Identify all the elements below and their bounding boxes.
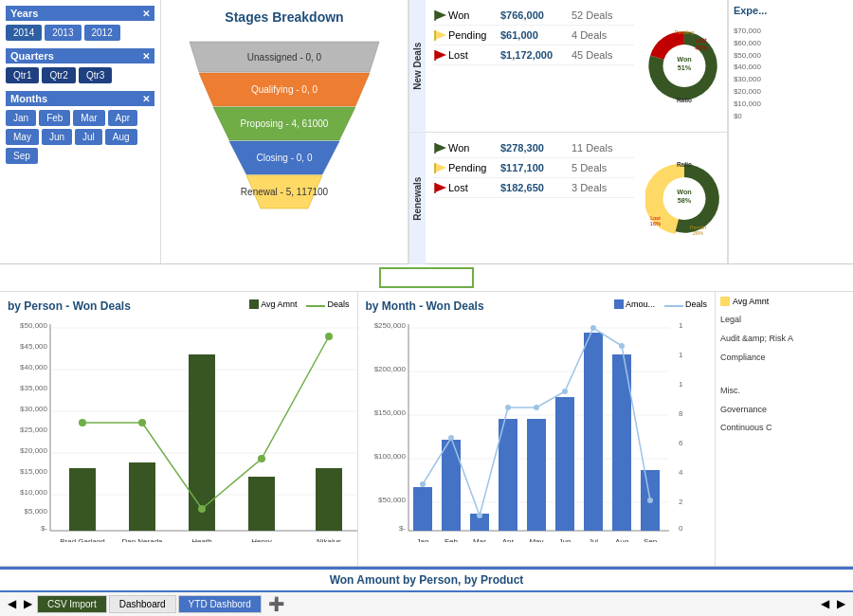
svg-text:$45,000: $45,000 bbox=[20, 342, 47, 351]
sep-btn[interactable]: Sep bbox=[6, 148, 38, 164]
henry-point bbox=[258, 455, 265, 462]
dashboard-tab[interactable]: Dashboard bbox=[109, 595, 176, 613]
svg-rect-90 bbox=[555, 397, 574, 531]
may-btn[interactable]: May bbox=[6, 129, 39, 145]
years-filter: Years ✕ 2014 2013 2012 bbox=[6, 6, 154, 41]
qtr3-btn[interactable]: Qtr3 bbox=[79, 67, 112, 83]
funnel-section: Stages Breakdown Unassigned - 0, 0 Quali… bbox=[161, 0, 408, 263]
right-item-1: Legal bbox=[720, 311, 848, 330]
years-label: Years bbox=[10, 8, 38, 19]
heath-bar bbox=[189, 354, 215, 531]
top-section: Years ✕ 2014 2013 2012 Quarters ✕ Qtr1 Q… bbox=[0, 0, 853, 264]
svg-text:$150,000: $150,000 bbox=[373, 408, 406, 417]
svg-point-99 bbox=[562, 389, 568, 394]
apr-btn[interactable]: Apr bbox=[108, 110, 138, 126]
next-tab-btn[interactable]: ▶ bbox=[21, 597, 35, 610]
jun-btn[interactable]: Jun bbox=[42, 129, 72, 145]
svg-text:$30,000: $30,000 bbox=[20, 405, 47, 413]
jan-btn[interactable]: Jan bbox=[6, 110, 36, 126]
highlight-row bbox=[0, 264, 853, 292]
months-buttons: Jan Feb Mar Apr May Jun Jul Aug Sep bbox=[6, 110, 154, 164]
quarters-label: Quarters bbox=[10, 50, 54, 62]
svg-text:12: 12 bbox=[679, 351, 683, 359]
deals-section: New Deals Won $766,000 52 Deals Pending … bbox=[408, 0, 728, 263]
svg-rect-91 bbox=[584, 333, 603, 531]
right-item-5: Governance bbox=[720, 401, 848, 420]
new-deals-lost-row: Lost $1,172,000 45 Deals bbox=[433, 45, 634, 65]
highlight-cell bbox=[379, 267, 474, 288]
svg-text:0: 0 bbox=[679, 524, 683, 533]
svg-marker-22 bbox=[435, 183, 446, 192]
expanse-y8: $0 bbox=[734, 111, 848, 123]
prev-tab-btn[interactable]: ◀ bbox=[5, 597, 19, 610]
svg-text:$5,000: $5,000 bbox=[25, 507, 48, 516]
brad-bar bbox=[69, 468, 96, 531]
svg-text:$100,000: $100,000 bbox=[373, 452, 406, 461]
svg-rect-85 bbox=[413, 487, 432, 531]
year-2014-btn[interactable]: 2014 bbox=[6, 25, 42, 41]
svg-text:Qualifying - 0, 0: Qualifying - 0, 0 bbox=[251, 84, 318, 95]
new-deals-lost-count: 45 Deals bbox=[572, 49, 612, 61]
svg-point-102 bbox=[647, 498, 653, 503]
renewals-lost-row: Lost $182,650 3 Deals bbox=[433, 178, 634, 198]
svg-point-94 bbox=[420, 481, 426, 487]
by-month-chart-svg: $250,000 $200,000 $150,000 $100,000 $50,… bbox=[366, 315, 683, 542]
jul-btn[interactable]: Jul bbox=[75, 129, 102, 145]
year-2013-btn[interactable]: 2013 bbox=[45, 25, 81, 41]
svg-text:Jun: Jun bbox=[558, 537, 571, 542]
svg-text:Mar: Mar bbox=[473, 537, 486, 542]
right-partial-panel: Avg Amnt Legal Audit &amp; Risk A Compli… bbox=[716, 292, 853, 565]
svg-text:Unassigned - 0, 0: Unassigned - 0, 0 bbox=[247, 52, 322, 63]
year-2012-btn[interactable]: 2012 bbox=[84, 25, 120, 41]
scroll-left-btn[interactable]: ◀ bbox=[818, 597, 832, 610]
expanse-y5: $30,000 bbox=[734, 74, 848, 86]
svg-text:16%: 16% bbox=[650, 221, 661, 226]
expanse-panel: Expe... $70,000 $60,000 $50,000 $40,000 … bbox=[728, 0, 853, 263]
svg-text:Proposing - 4, 61000: Proposing - 4, 61000 bbox=[241, 118, 329, 129]
svg-text:Jan: Jan bbox=[416, 537, 428, 542]
scroll-right-btn[interactable]: ▶ bbox=[834, 597, 848, 610]
svg-text:8: 8 bbox=[679, 409, 683, 418]
qtr2-btn[interactable]: Qtr2 bbox=[42, 67, 75, 83]
months-filter: Months ✕ Jan Feb Mar Apr May Jun Jul Aug… bbox=[6, 91, 154, 164]
quarters-filter-icon[interactable]: ✕ bbox=[142, 51, 150, 62]
csv-import-tab[interactable]: CSV Import bbox=[37, 595, 107, 613]
right-legend-color bbox=[720, 297, 730, 306]
feb-btn[interactable]: Feb bbox=[39, 110, 70, 126]
henry-bar bbox=[248, 477, 275, 531]
quarters-filter: Quarters ✕ Qtr1 Qtr2 Qtr3 bbox=[6, 48, 154, 83]
aug-btn[interactable]: Aug bbox=[105, 129, 137, 145]
renewals-lost-amount: $182,650 bbox=[500, 182, 572, 193]
svg-text:$35,000: $35,000 bbox=[20, 384, 47, 392]
svg-text:Lost: Lost bbox=[650, 215, 661, 221]
expanse-y7: $10,000 bbox=[734, 99, 848, 111]
svg-text:Renewal - 5, 117100: Renewal - 5, 117100 bbox=[241, 187, 329, 197]
deals-legend: Deals bbox=[306, 299, 349, 309]
svg-text:14: 14 bbox=[679, 321, 683, 330]
svg-text:10: 10 bbox=[679, 380, 683, 389]
new-deals-label: New Deals bbox=[408, 0, 426, 132]
brad-point bbox=[79, 419, 86, 426]
bottom-title-bar: Won Amount by Person, by Product bbox=[0, 567, 853, 590]
quarters-buttons: Qtr1 Qtr2 Qtr3 bbox=[6, 67, 154, 83]
ytd-dashboard-tab[interactable]: YTD Dashbord bbox=[178, 595, 262, 613]
qtr1-btn[interactable]: Qtr1 bbox=[6, 67, 39, 83]
svg-marker-18 bbox=[435, 143, 446, 153]
by-month-panel: by Month - Won Deals Amou... Deals $250,… bbox=[358, 292, 717, 565]
svg-text:Brad Garland: Brad Garland bbox=[60, 537, 105, 542]
deals-line-color bbox=[306, 305, 325, 307]
mar-btn[interactable]: Mar bbox=[73, 110, 104, 126]
svg-text:$20,000: $20,000 bbox=[20, 446, 47, 455]
renewals-won-flag-icon bbox=[433, 141, 448, 154]
svg-text:$50,000: $50,000 bbox=[20, 321, 47, 330]
years-filter-header: Years ✕ bbox=[6, 6, 154, 21]
years-filter-icon[interactable]: ✕ bbox=[142, 9, 150, 19]
renewals-won-label: Won bbox=[448, 142, 500, 154]
months-filter-icon[interactable]: ✕ bbox=[142, 94, 150, 104]
add-tab-btn[interactable]: ➕ bbox=[263, 596, 289, 611]
dan-point bbox=[138, 419, 146, 426]
svg-text:Ratio: Ratio bbox=[677, 160, 692, 167]
svg-text:6: 6 bbox=[679, 439, 683, 447]
svg-point-98 bbox=[534, 405, 539, 410]
expanse-y4: $40,000 bbox=[734, 62, 848, 74]
